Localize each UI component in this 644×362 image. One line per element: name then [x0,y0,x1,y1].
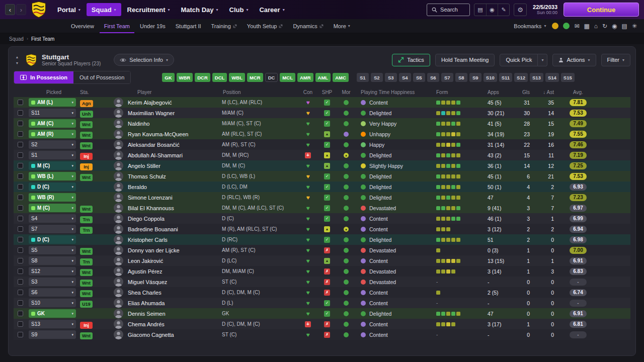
row-checkbox[interactable] [18,290,23,295]
slot-chip-s12[interactable]: S12 [514,73,528,82]
column-header-sta[interactable]: Sta. [79,89,105,95]
selection-info-dropdown[interactable]: Selection Info ▾ [114,54,174,66]
player-name[interactable]: Simone Lorenzani [128,195,173,201]
slot-chip-s14[interactable]: S14 [545,73,559,82]
row-checkbox[interactable] [18,311,23,316]
column-header-playing-time-happiness[interactable]: Playing Time Happiness [356,89,435,95]
picked-position-dropdown[interactable]: GK▾ [29,309,76,318]
position-chip-mcl[interactable]: MCL [280,73,295,82]
slot-chip-s6[interactable]: S6 [427,73,439,82]
tab-dynamics[interactable]: Dynamics [288,19,328,33]
column-header-picked[interactable]: Picked [29,89,79,95]
player-name[interactable]: Ryan Kavuma-McQueen [128,131,188,137]
position-chip-dcr[interactable]: DCR [195,73,210,82]
quick-pick-button[interactable]: Quick Pick [500,54,538,66]
row-checkbox[interactable] [18,247,23,253]
picked-position-dropdown[interactable]: S7▾ [29,225,76,233]
player-name[interactable]: Miguel Vásquez [128,279,167,285]
position-chip-gk[interactable]: GK [162,73,174,82]
column-header-con[interactable]: Con [298,89,317,95]
form-badge-icon[interactable] [563,23,570,29]
column-header-apps[interactable]: Apps [487,89,515,95]
back-button[interactable]: ‹ [5,4,15,15]
search-box[interactable]: Search [427,4,470,16]
picked-position-dropdown[interactable]: S1▾ [29,151,76,159]
player-name[interactable]: Kristopher Carls [128,237,168,243]
player-name[interactable]: Chema Andrés [128,321,165,327]
player-name[interactable]: Kerim Alajbegović [128,100,172,106]
slot-chip-s1[interactable]: S1 [357,73,369,82]
forward-button[interactable]: › [16,4,26,15]
game-date[interactable]: 22/5/2033 Sun 00:00 [531,4,559,16]
tab-youth-setup[interactable]: Youth Setup [243,19,288,33]
picked-position-dropdown[interactable]: D (C)▾ [29,183,76,191]
picked-position-dropdown[interactable]: AM (R)▾ [29,130,76,138]
row-checkbox[interactable] [18,321,23,327]
row-checkbox[interactable] [18,216,23,221]
nav-item-match-day[interactable]: Match Day▾ [176,3,223,16]
position-chip-aml[interactable]: AML [315,73,331,82]
row-checkbox[interactable] [18,258,23,263]
player-name[interactable]: Beraldo [128,184,147,190]
row-checkbox[interactable] [18,121,23,126]
player-name[interactable]: Diego Coppola [128,216,165,222]
tab-training[interactable]: Training [207,19,242,33]
row-checkbox[interactable] [18,152,23,158]
slot-chip-s10[interactable]: S10 [484,73,497,82]
row-checkbox[interactable] [18,226,23,232]
slot-chip-s9[interactable]: S9 [469,73,481,82]
row-checkbox[interactable] [18,268,23,274]
row-checkbox[interactable] [18,184,23,190]
slot-chip-s5[interactable]: S5 [413,73,425,82]
picked-position-dropdown[interactable]: WB (L)▾ [29,172,76,180]
nav-item-recruitment[interactable]: Recruitment▾ [122,3,175,16]
row-checkbox[interactable] [18,100,23,105]
continue-button[interactable]: Continue [564,3,639,17]
nav-item-squad[interactable]: Squad▾ [87,3,121,16]
advisor-icon[interactable]: ◉ [486,4,498,16]
slot-chip-s13[interactable]: S13 [530,73,543,82]
tab-stuttgart-ii[interactable]: Stuttgart II [171,19,206,33]
player-name[interactable]: Dennis Seimen [128,311,166,317]
picked-position-dropdown[interactable]: S9▾ [29,330,76,339]
column-header-player[interactable]: Player [105,89,222,95]
player-name[interactable]: Donny van der Lijcke [128,247,180,253]
position-chip-dc[interactable]: DC [265,73,278,82]
position-chip-amc[interactable]: AMC [333,73,349,82]
hold-team-meeting-button[interactable]: Hold Team Meeting [435,54,495,66]
position-chip-wbl[interactable]: WBL [229,73,245,82]
slot-chip-s2[interactable]: S2 [371,73,383,82]
tab-more[interactable]: More▾ [329,19,355,33]
row-checkbox[interactable] [18,163,23,168]
slot-chip-s4[interactable]: S4 [399,73,411,82]
row-checkbox[interactable] [18,300,23,306]
row-checkbox[interactable] [18,332,23,337]
player-name[interactable]: Abdullah Al-Shammari [128,152,183,158]
player-name[interactable]: Giacomo Cagnetta [128,332,174,338]
picked-position-dropdown[interactable]: S5▾ [29,246,76,254]
tab-overview[interactable]: Overview [66,19,99,33]
picked-position-dropdown[interactable]: AM (L)▾ [29,98,76,107]
tactics-button[interactable]: Tactics [392,54,430,66]
inbox-icon[interactable]: ✉ [574,23,579,30]
picked-position-dropdown[interactable]: S10▾ [29,299,76,307]
collapse-down-button[interactable]: ▼ [14,60,21,66]
slot-chip-s15[interactable]: S15 [561,73,575,82]
picked-position-dropdown[interactable]: S12▾ [29,267,76,276]
column-header-form[interactable]: Form [435,89,487,95]
picked-position-dropdown[interactable]: S8▾ [29,256,76,265]
column-header-shp[interactable]: SHP [317,89,337,95]
bookmarks-dropdown[interactable]: Bookmarks ▾ [514,23,546,29]
player-name[interactable]: Agustin Pérez [128,268,162,275]
save-icon[interactable]: ▤ [474,4,486,16]
column-header-position[interactable]: Position [222,89,298,95]
picked-position-dropdown[interactable]: D (C)▾ [29,235,76,244]
nav-item-portal[interactable]: Portal▾ [52,3,86,16]
player-name[interactable]: Leon Jakirović [128,258,163,264]
position-chip-wbr[interactable]: WBR [177,73,193,82]
row-checkbox[interactable] [18,205,23,211]
position-chip-dcl[interactable]: DCL [212,73,227,82]
picked-position-dropdown[interactable]: M (C)▾ [29,204,76,212]
slot-chip-s8[interactable]: S8 [455,73,467,82]
squad-report-icon[interactable]: ▦ [584,23,589,30]
